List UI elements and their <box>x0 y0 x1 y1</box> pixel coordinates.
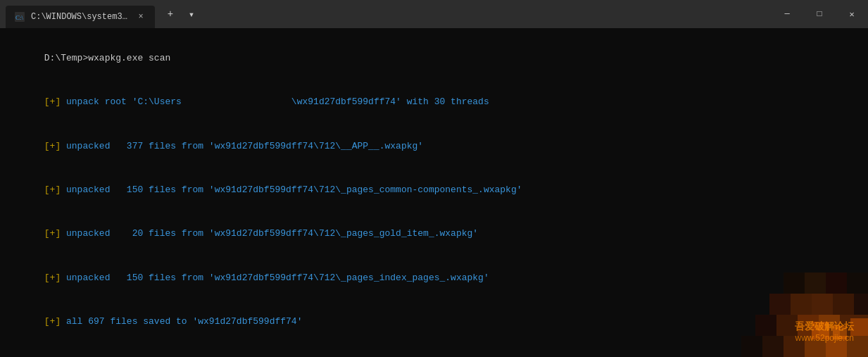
output-line-4: [+] unpacked 20 files from 'wx91d27dbf59… <box>11 213 857 256</box>
terminal-window: C:\ C:\WINDOWS\system32\cmd. × + ▾ ─ □ ✕ <box>0 0 868 357</box>
terminal-body[interactable]: D:\Temp>wxapkg.exe scan [+] unpack root … <box>0 28 868 357</box>
window-controls: ─ □ ✕ <box>771 0 868 28</box>
active-tab[interactable]: C:\ C:\WINDOWS\system32\cmd. × <box>6 6 155 28</box>
close-button[interactable]: ✕ <box>836 0 868 28</box>
prompt-text: D:\Temp>wxapkg.exe scan <box>44 53 170 63</box>
bracket-plus-3: [+] <box>44 184 61 195</box>
line4-text: unpacked 20 files from 'wx91d27dbf599dff… <box>61 228 478 239</box>
tab-actions: + ▾ <box>155 4 207 24</box>
bracket-plus-6: [+] <box>44 316 61 327</box>
cmd-icon: C:\ <box>14 11 25 23</box>
bracket-plus-5: [+] <box>44 273 61 283</box>
line6-text: all 697 files saved to 'wx91d27dbf599dff… <box>61 316 302 327</box>
bracket-plus-1: [+] <box>44 96 61 107</box>
new-tab-button[interactable]: + <box>161 4 180 24</box>
minimize-button[interactable]: ─ <box>771 0 803 28</box>
line1-text: unpack root 'C:\Users \wx91d27dbf599dff7… <box>61 96 489 107</box>
bracket-plus-4: [+] <box>44 228 61 239</box>
output-line-7: [+] mini program detail info saved to 'w… <box>11 344 857 357</box>
tab-close-button[interactable]: × <box>135 11 146 23</box>
output-line-3: [+] unpacked 150 files from 'wx91d27dbf5… <box>11 168 857 212</box>
watermark-line1: 吾爱破解论坛 <box>795 320 854 333</box>
output-line-5: [+] unpacked 150 files from 'wx91d27dbf5… <box>11 256 857 300</box>
tab-dropdown-button[interactable]: ▾ <box>182 4 201 24</box>
svg-text:C:\: C:\ <box>15 14 24 21</box>
tab-title: C:\WINDOWS\system32\cmd. <box>31 12 130 22</box>
title-bar-left: C:\ C:\WINDOWS\system32\cmd. × + ▾ <box>0 0 771 28</box>
command-line: D:\Temp>wxapkg.exe scan <box>11 37 857 80</box>
line5-text: unpacked 150 files from 'wx91d27dbf599df… <box>61 273 489 283</box>
maximize-button[interactable]: □ <box>803 0 836 28</box>
watermark: 吾爱破解论坛 www.52pojie.cn <box>795 320 854 343</box>
title-bar: C:\ C:\WINDOWS\system32\cmd. × + ▾ ─ □ ✕ <box>0 0 868 28</box>
output-line-6: [+] all 697 files saved to 'wx91d27dbf59… <box>11 300 857 344</box>
output-line-1: [+] unpack root 'C:\Users \wx91d27dbf599… <box>11 80 857 124</box>
watermark-line2: www.52pojie.cn <box>795 333 854 343</box>
line2-text: unpacked 377 files from 'wx91d27dbf599df… <box>61 141 423 151</box>
output-line-2: [+] unpacked 377 files from 'wx91d27dbf5… <box>11 125 857 168</box>
bracket-plus-2: [+] <box>44 141 61 151</box>
line3-text: unpacked 150 files from 'wx91d27dbf599df… <box>61 184 522 195</box>
